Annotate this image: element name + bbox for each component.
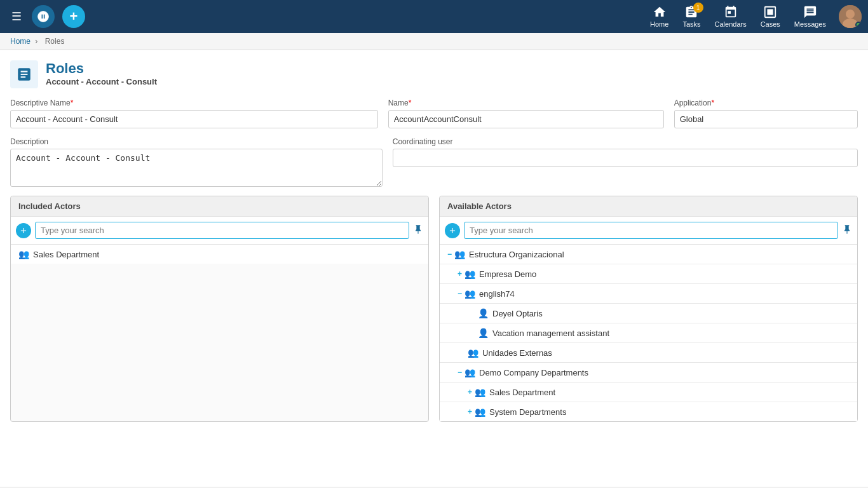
available-actors-header: Available Actors (440, 196, 857, 217)
svg-point-3 (846, 10, 855, 18)
group-icon: 👥 (468, 348, 478, 358)
form-row-2: Description Account - Account - Consult … (10, 137, 858, 187)
item-label: Vacation management assistant (492, 329, 609, 338)
expand-icon[interactable]: + (468, 407, 472, 416)
svg-rect-1 (768, 9, 773, 15)
page-header: Roles Account - Account - Consult (10, 60, 858, 88)
list-item: 👤 Deyel Optaris (440, 304, 857, 323)
person-icon: 👤 (478, 308, 489, 318)
actors-row: Included Actors 👥 Sales Department Av (10, 196, 858, 422)
item-label: Unidades Externas (482, 348, 552, 358)
group-icon: 👥 (475, 387, 485, 397)
coordinating-user-group: Coordinating user (393, 137, 858, 187)
available-actors-search-input[interactable] (464, 222, 838, 239)
name-group: Name* (388, 98, 664, 128)
page-title: Roles (46, 60, 157, 77)
coordinating-user-label: Coordinating user (393, 137, 858, 146)
user-avatar[interactable] (839, 5, 862, 28)
group-icon: 👥 (18, 249, 29, 259)
nav-home[interactable]: Home (645, 3, 674, 30)
group-icon: 👥 (465, 367, 475, 377)
add-button[interactable]: + (62, 5, 85, 28)
group-icon: 👥 (465, 288, 475, 299)
descriptive-name-input[interactable] (10, 110, 378, 128)
breadcrumb-current: Roles (45, 37, 65, 46)
hamburger-menu[interactable]: ☰ (6, 4, 27, 29)
item-label: Sales Department (33, 250, 99, 259)
list-item: + 👥 Sales Department (440, 383, 857, 402)
nav-tasks[interactable]: 1 Tasks (677, 3, 705, 30)
page-subtitle: Account - Account - Consult (46, 77, 157, 86)
top-navigation: ☰ + Home 1 Tasks Calendars Cases Message… (0, 0, 868, 33)
list-item: + 👥 System Departments (440, 402, 857, 421)
nav-right-items: Home 1 Tasks Calendars Cases Messages (645, 3, 862, 30)
included-actors-search-row (11, 217, 428, 245)
breadcrumb-home[interactable]: Home (10, 37, 31, 46)
descriptive-name-group: Descriptive Name* (10, 98, 378, 128)
expand-icon[interactable]: + (468, 388, 472, 396)
item-label: english74 (479, 289, 515, 299)
name-input[interactable] (388, 110, 664, 128)
expand-icon[interactable]: − (458, 368, 462, 377)
expand-icon[interactable]: − (447, 250, 452, 259)
item-label: Deyel Optaris (492, 309, 543, 318)
list-item: + 👥 Empresa Demo (440, 264, 857, 284)
group-icon: 👥 (465, 269, 475, 279)
breadcrumb: Home › Roles (0, 33, 868, 50)
page-title-group: Roles Account - Account - Consult (46, 60, 157, 86)
list-item: 👥 Unidades Externas (440, 343, 857, 363)
available-actors-search-row (440, 217, 857, 245)
item-label: Sales Department (489, 388, 555, 397)
nav-messages[interactable]: Messages (789, 3, 831, 30)
logo (32, 5, 55, 28)
tasks-badge: 1 (693, 3, 703, 13)
group-icon: 👥 (475, 407, 485, 417)
page-content: Roles Account - Account - Consult Descri… (0, 50, 868, 487)
included-actors-header: Included Actors (11, 196, 428, 217)
available-actors-add-btn[interactable] (445, 223, 460, 238)
expand-icon[interactable]: − (458, 289, 462, 298)
available-actors-tree: − 👥 Estructura Organizacional + 👥 Empres… (440, 245, 857, 421)
included-actors-list: 👥 Sales Department (11, 245, 428, 264)
descriptive-name-label: Descriptive Name* (10, 98, 378, 107)
application-input[interactable] (674, 110, 858, 128)
description-label: Description (10, 137, 383, 146)
available-actors-panel: Available Actors − 👥 Estructura Organiza… (439, 196, 858, 422)
person-icon: 👤 (478, 328, 489, 338)
form-row-1: Descriptive Name* Name* Application* (10, 98, 858, 128)
included-actors-add-btn[interactable] (16, 223, 31, 238)
list-item: 👤 Vacation management assistant (440, 323, 857, 343)
nav-calendars[interactable]: Calendars (710, 3, 752, 30)
application-label: Application* (674, 98, 858, 107)
included-actors-panel: Included Actors 👥 Sales Department (10, 196, 429, 422)
item-label: Demo Company Departments (479, 368, 588, 377)
group-icon: 👥 (454, 249, 465, 259)
available-actors-pin-btn[interactable] (842, 224, 852, 236)
included-actors-pin-btn[interactable] (413, 224, 423, 236)
breadcrumb-separator: › (35, 37, 37, 46)
list-item: − 👥 Estructura Organizacional (440, 245, 857, 264)
list-item: − 👥 english74 (440, 284, 857, 304)
nav-cases[interactable]: Cases (756, 3, 785, 30)
included-actors-search-input[interactable] (35, 222, 409, 239)
expand-icon[interactable]: + (458, 269, 462, 278)
coordinating-user-input[interactable] (393, 149, 858, 167)
online-indicator (855, 22, 862, 28)
description-textarea[interactable]: Account - Account - Consult (10, 149, 383, 187)
item-label: System Departments (489, 407, 566, 417)
application-group: Application* (674, 98, 858, 128)
description-group: Description Account - Account - Consult (10, 137, 383, 187)
page-icon (10, 60, 38, 88)
item-label: Estructura Organizacional (469, 250, 564, 259)
name-label: Name* (388, 98, 664, 107)
list-item: 👥 Sales Department (11, 245, 428, 264)
item-label: Empresa Demo (479, 269, 536, 279)
list-item: − 👥 Demo Company Departments (440, 363, 857, 383)
